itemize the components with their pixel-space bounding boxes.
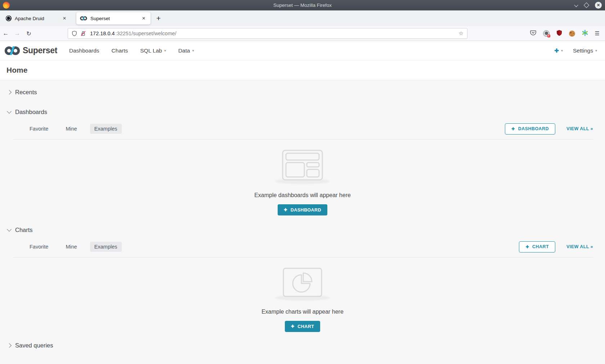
- chart-placeholder-image: [283, 268, 322, 299]
- dashboards-controls: Favorite Mine Examples ✚ DASHBOARD VIEW …: [12, 123, 593, 135]
- new-item-menu[interactable]: ✚ ▾: [554, 47, 563, 54]
- menu-item-charts[interactable]: Charts: [106, 47, 134, 54]
- tab-close-icon[interactable]: ✕: [140, 15, 147, 22]
- forward-icon[interactable]: →: [12, 30, 23, 37]
- tab-close-icon[interactable]: ✕: [61, 15, 68, 22]
- create-dashboard-button[interactable]: ✚ DASHBOARD: [278, 204, 327, 215]
- tab-examples[interactable]: Examples: [90, 124, 122, 134]
- new-chart-button[interactable]: ✚ CHART: [519, 241, 555, 252]
- caret-down-icon: ▾: [164, 49, 166, 53]
- plus-icon: ✚: [284, 208, 287, 212]
- window-title: Superset — Mozilla Firefox: [0, 3, 605, 8]
- tab-examples[interactable]: Examples: [90, 242, 122, 252]
- page-header: Home: [0, 60, 605, 80]
- insecure-lock-icon[interactable]: [80, 31, 86, 36]
- menu-icon[interactable]: ☰: [595, 30, 600, 37]
- caret-down-icon: ▾: [192, 49, 194, 53]
- caret-down-icon: ▾: [561, 49, 563, 53]
- chevron-right-icon: [7, 343, 12, 348]
- firefox-icon: [3, 2, 10, 9]
- dashboards-empty-state: Example dashboards will appear here ✚ DA…: [0, 140, 605, 215]
- view-all-dashboards-link[interactable]: VIEW ALL »: [566, 126, 593, 131]
- view-all-charts-link[interactable]: VIEW ALL »: [566, 244, 593, 249]
- back-icon[interactable]: ←: [0, 30, 12, 37]
- url-path: :32251/superset/welcome/: [116, 31, 176, 36]
- window-titlebar: Superset — Mozilla Firefox ✕: [0, 0, 605, 10]
- window-minimize-icon[interactable]: [574, 4, 578, 7]
- tab-title: Apache Druid: [15, 16, 61, 21]
- tab-mine[interactable]: Mine: [61, 124, 81, 134]
- menu-item-dashboards[interactable]: Dashboards: [63, 47, 106, 54]
- extension-asterisk-icon[interactable]: [582, 30, 588, 37]
- pocket-icon[interactable]: [530, 30, 536, 37]
- caret-down-icon: ▾: [595, 49, 597, 53]
- charts-controls: Favorite Mine Examples ✚ CHART VIEW ALL …: [12, 241, 593, 252]
- page-title: Home: [6, 66, 27, 74]
- url-host: 172.18.0.4: [90, 31, 115, 36]
- create-chart-button[interactable]: ✚ CHART: [285, 321, 321, 332]
- account-containers-icon[interactable]: [543, 30, 550, 37]
- navbar-right: ✚ ▾ Settings ▾: [554, 47, 597, 54]
- url-bar[interactable]: 172.18.0.4 :32251/superset/welcome/ ☆: [68, 28, 467, 39]
- section-header-charts[interactable]: Charts: [0, 224, 605, 235]
- dashboards-filter-tabs: Favorite Mine Examples: [25, 124, 130, 134]
- browser-tab-strip: Apache Druid ✕ Superset ✕ +: [0, 10, 605, 26]
- superset-infinity-icon: [4, 46, 20, 56]
- window-maximize-icon[interactable]: [584, 3, 590, 8]
- dashboards-empty-text: Example dashboards will appear here: [0, 192, 605, 199]
- browser-toolbar: ← → ↻ 172.18.0.4 :32251/superset/welcome…: [0, 26, 605, 41]
- new-tab-button[interactable]: +: [156, 14, 161, 23]
- section-header-recents[interactable]: Recents: [0, 87, 605, 97]
- druid-favicon-icon: [6, 15, 12, 21]
- home-content: Recents Dashboards Favorite Mine Example…: [0, 87, 605, 351]
- ublock-origin-icon[interactable]: [556, 30, 562, 37]
- superset-navbar: Superset Dashboards Charts SQL Lab ▾ Dat…: [0, 41, 605, 60]
- window-close-icon[interactable]: ✕: [595, 2, 602, 9]
- brand-name: Superset: [23, 46, 57, 55]
- reload-icon[interactable]: ↻: [23, 30, 35, 37]
- toolbar-extensions: ☰: [530, 30, 600, 37]
- main-menu: Dashboards Charts SQL Lab ▾ Data ▾: [63, 47, 200, 54]
- dashboards-actions: ✚ DASHBOARD VIEW ALL »: [505, 123, 593, 135]
- chevron-down-icon: [7, 109, 12, 114]
- new-dashboard-button[interactable]: ✚ DASHBOARD: [505, 123, 555, 135]
- tab-favorite[interactable]: Favorite: [25, 124, 53, 134]
- tab-mine[interactable]: Mine: [61, 242, 81, 252]
- window-controls: ✕: [574, 2, 602, 9]
- charts-filter-tabs: Favorite Mine Examples: [25, 242, 130, 252]
- plus-icon: ✚: [525, 245, 529, 249]
- cookie-editor-icon[interactable]: [569, 31, 575, 37]
- section-header-saved-queries[interactable]: Saved queries: [0, 340, 605, 351]
- browser-tab-apache-druid[interactable]: Apache Druid ✕: [2, 12, 71, 24]
- tab-favorite[interactable]: Favorite: [25, 242, 53, 252]
- section-header-dashboards[interactable]: Dashboards: [0, 106, 605, 117]
- settings-menu[interactable]: Settings ▾: [573, 47, 597, 54]
- charts-actions: ✚ CHART VIEW ALL »: [519, 241, 593, 252]
- dashboard-placeholder-image: [282, 150, 323, 182]
- chevron-down-icon: [7, 227, 12, 232]
- charts-empty-state: Example charts will appear here ✚ CHART: [0, 258, 605, 332]
- superset-logo[interactable]: Superset: [4, 46, 57, 56]
- plus-icon: ✚: [554, 47, 559, 54]
- tracking-protection-shield-icon[interactable]: [72, 31, 77, 36]
- chevron-right-icon: [7, 90, 12, 95]
- plus-icon: ✚: [291, 324, 295, 329]
- tab-title: Superset: [90, 16, 140, 21]
- bookmark-star-icon[interactable]: ☆: [459, 30, 463, 37]
- plus-icon: ✚: [511, 127, 515, 131]
- superset-favicon-icon: [80, 16, 87, 21]
- menu-item-sql-lab[interactable]: SQL Lab ▾: [134, 47, 172, 54]
- charts-empty-text: Example charts will appear here: [0, 309, 605, 315]
- menu-item-data[interactable]: Data ▾: [172, 47, 200, 54]
- browser-tab-superset[interactable]: Superset ✕: [76, 12, 151, 24]
